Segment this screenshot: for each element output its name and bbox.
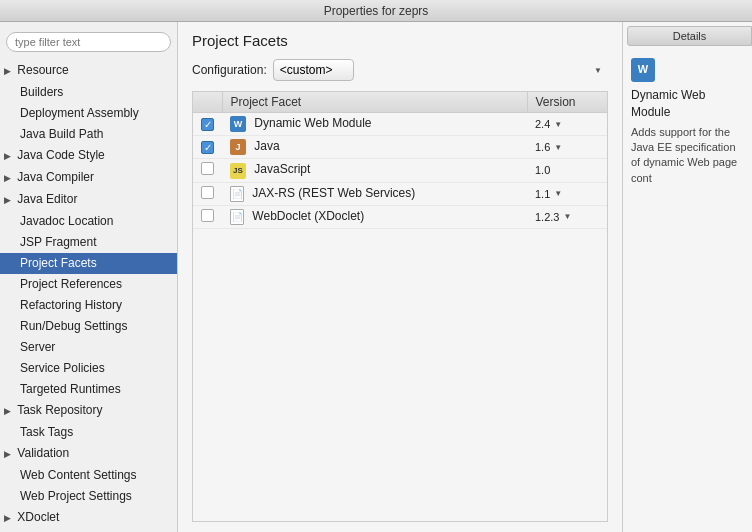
sidebar-item-java-build-path[interactable]: Java Build Path bbox=[0, 124, 177, 145]
sidebar-item-label: Validation bbox=[17, 446, 69, 460]
version-dropdown-arrow[interactable]: ▼ bbox=[554, 120, 562, 129]
facet-checkbox-java[interactable] bbox=[193, 136, 222, 159]
details-content: W Dynamic Web Module Adds support for th… bbox=[623, 50, 752, 194]
sidebar-item-targeted-runtimes[interactable]: Targeted Runtimes bbox=[0, 379, 177, 400]
config-label: Configuration: bbox=[192, 63, 267, 77]
sidebar-item-label: Targeted Runtimes bbox=[20, 382, 121, 396]
facet-checkbox-jax-rs[interactable] bbox=[193, 182, 222, 205]
sidebar-item-resource[interactable]: ▶ Resource bbox=[0, 60, 177, 82]
sidebar-item-jsp-fragment[interactable]: JSP Fragment bbox=[0, 232, 177, 253]
table-row: JS JavaScript 1.0 bbox=[193, 159, 607, 183]
sidebar-item-label: Project References bbox=[20, 277, 122, 291]
sidebar-item-label: Java Build Path bbox=[20, 127, 103, 141]
sidebar-item-label: Server bbox=[20, 340, 55, 354]
arrow-icon: ▶ bbox=[4, 170, 14, 187]
facet-table: Project Facet Version W bbox=[193, 92, 607, 229]
sidebar-item-label: Service Policies bbox=[20, 361, 105, 375]
facet-checkbox-dynamic-web[interactable] bbox=[193, 113, 222, 136]
sidebar-item-builders[interactable]: Builders bbox=[0, 82, 177, 103]
facet-icon-jax-rs: 📄 bbox=[230, 186, 244, 202]
sidebar-item-project-references[interactable]: Project References bbox=[0, 274, 177, 295]
config-row: Configuration: <custom> bbox=[192, 59, 608, 81]
sidebar-item-web-content-settings[interactable]: Web Content Settings bbox=[0, 465, 177, 486]
facet-label: Dynamic Web Module bbox=[254, 116, 371, 130]
sidebar-item-label: Refactoring History bbox=[20, 298, 122, 312]
version-value: 1.1 bbox=[535, 188, 550, 200]
details-icon: W bbox=[631, 58, 655, 82]
sidebar-item-javadoc-location[interactable]: Javadoc Location bbox=[0, 211, 177, 232]
facet-label: WebDoclet (XDoclet) bbox=[252, 209, 364, 223]
version-value: 2.4 bbox=[535, 118, 550, 130]
facet-name-cell: JS JavaScript bbox=[222, 159, 527, 183]
filter-input[interactable] bbox=[6, 32, 171, 52]
arrow-icon: ▶ bbox=[4, 63, 14, 80]
sidebar-item-task-tags[interactable]: Task Tags bbox=[0, 422, 177, 443]
sidebar-item-java-compiler[interactable]: ▶ Java Compiler bbox=[0, 167, 177, 189]
version-dropdown-arrow[interactable]: ▼ bbox=[563, 212, 571, 221]
checkbox-icon[interactable] bbox=[201, 141, 214, 154]
sidebar-item-java-editor[interactable]: ▶ Java Editor bbox=[0, 189, 177, 211]
facet-checkbox-webdoclet[interactable] bbox=[193, 205, 222, 228]
title-bar: Properties for zeprs bbox=[0, 0, 752, 22]
table-row: W Dynamic Web Module 2.4 ▼ bbox=[193, 113, 607, 136]
page-title: Project Facets bbox=[192, 32, 608, 49]
version-value: 1.0 bbox=[535, 164, 550, 176]
sidebar-item-validation[interactable]: ▶ Validation bbox=[0, 443, 177, 465]
version-dropdown-arrow[interactable]: ▼ bbox=[554, 189, 562, 198]
sidebar-item-service-policies[interactable]: Service Policies bbox=[0, 358, 177, 379]
facet-version-cell: 1.2.3 ▼ bbox=[527, 205, 607, 228]
checkbox-icon[interactable] bbox=[201, 118, 214, 131]
checkbox-icon[interactable] bbox=[201, 186, 214, 199]
facet-version-cell: 2.4 ▼ bbox=[527, 113, 607, 136]
col-check bbox=[193, 92, 222, 113]
facet-name-cell: 📄 JAX-RS (REST Web Services) bbox=[222, 182, 527, 205]
facet-version-cell: 1.6 ▼ bbox=[527, 136, 607, 159]
facet-label: Java bbox=[254, 139, 279, 153]
sidebar-item-label: Javadoc Location bbox=[20, 214, 113, 228]
table-row: 📄 WebDoclet (XDoclet) 1.2.3 ▼ bbox=[193, 205, 607, 228]
sidebar-item-label: Project Facets bbox=[20, 256, 97, 270]
details-panel: Details W Dynamic Web Module Adds suppor… bbox=[622, 22, 752, 532]
sidebar-item-run-debug-settings[interactable]: Run/Debug Settings bbox=[0, 316, 177, 337]
sidebar-item-xdoclet[interactable]: ▶ XDoclet bbox=[0, 507, 177, 529]
config-select[interactable]: <custom> bbox=[273, 59, 354, 81]
version-dropdown-arrow[interactable]: ▼ bbox=[554, 143, 562, 152]
version-value: 1.2.3 bbox=[535, 211, 559, 223]
filter-wrap bbox=[0, 28, 177, 60]
facet-icon-webdoclet: 📄 bbox=[230, 209, 244, 225]
facet-label: JavaScript bbox=[254, 162, 310, 176]
sidebar-item-label: Task Tags bbox=[20, 425, 73, 439]
sidebar-item-label: Deployment Assembly bbox=[20, 106, 139, 120]
facet-name-cell: J Java bbox=[222, 136, 527, 159]
window-title: Properties for zeprs bbox=[324, 4, 429, 18]
sidebar-item-java-code-style[interactable]: ▶ Java Code Style bbox=[0, 145, 177, 167]
checkbox-icon[interactable] bbox=[201, 209, 214, 222]
sidebar-item-label: XDoclet bbox=[17, 510, 59, 524]
sidebar-item-label: Java Compiler bbox=[17, 170, 94, 184]
facet-checkbox-javascript[interactable] bbox=[193, 159, 222, 183]
sidebar-item-task-repository[interactable]: ▶ Task Repository bbox=[0, 400, 177, 422]
sidebar-item-label: Java Editor bbox=[17, 192, 77, 206]
sidebar-item-label: Task Repository bbox=[17, 403, 102, 417]
details-button[interactable]: Details bbox=[627, 26, 752, 46]
arrow-icon: ▶ bbox=[4, 148, 14, 165]
facet-version-cell: 1.1 ▼ bbox=[527, 182, 607, 205]
arrow-icon: ▶ bbox=[4, 192, 14, 209]
sidebar-item-label: JSP Fragment bbox=[20, 235, 96, 249]
sidebar: ▶ Resource Builders Deployment Assembly … bbox=[0, 22, 178, 532]
table-row: J Java 1.6 ▼ bbox=[193, 136, 607, 159]
sidebar-item-deployment-assembly[interactable]: Deployment Assembly bbox=[0, 103, 177, 124]
facet-table-container: Project Facet Version W bbox=[192, 91, 608, 522]
facet-icon-web: W bbox=[230, 116, 246, 132]
sidebar-item-web-project-settings[interactable]: Web Project Settings bbox=[0, 486, 177, 507]
sidebar-item-label: Web Content Settings bbox=[20, 468, 137, 482]
sidebar-item-project-facets[interactable]: Project Facets bbox=[0, 253, 177, 274]
facets-main-panel: Project Facets Configuration: <custom> P… bbox=[178, 22, 622, 532]
checkbox-icon[interactable] bbox=[201, 162, 214, 175]
details-description: Adds support for the Java EE specificati… bbox=[631, 125, 744, 187]
sidebar-item-server[interactable]: Server bbox=[0, 337, 177, 358]
facet-version-cell: 1.0 bbox=[527, 159, 607, 183]
sidebar-item-refactoring-history[interactable]: Refactoring History bbox=[0, 295, 177, 316]
sidebar-item-label: Web Project Settings bbox=[20, 489, 132, 503]
version-value: 1.6 bbox=[535, 141, 550, 153]
